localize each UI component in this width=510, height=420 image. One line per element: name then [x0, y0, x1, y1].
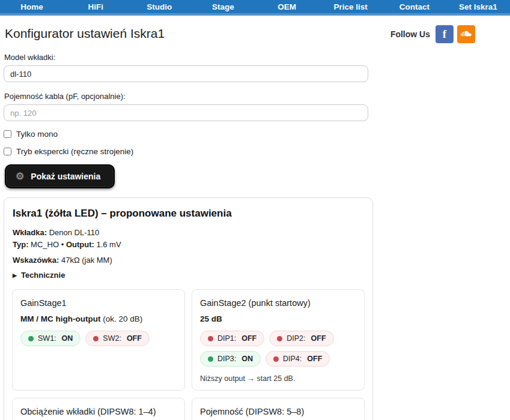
nav-item-set-iskra1[interactable]: Set Iskra1: [446, 0, 510, 13]
badge-label: SW1:: [38, 334, 56, 343]
gear-icon: ⚙: [16, 172, 24, 181]
card-gainstage2: GainStage2 (punkt startowy) 25 dB DIP1: …: [192, 289, 365, 391]
mono-checkbox-label: Tylko mono: [16, 130, 58, 139]
hint-label: Wskazówka:: [13, 256, 59, 265]
status-dot-off: [273, 356, 279, 362]
card-load-impedance: Obciążenie wkładki (DIPSW8: 1–4) Wybrane…: [12, 398, 185, 420]
card-capacitance: Pojemność (DIPSW8: 5–8) Dla MC zwykle po…: [192, 398, 365, 420]
expert-checkbox-label: Tryb ekspercki (ręczne strojenie): [16, 147, 133, 156]
badge-list: SW1: ON SW2: OFF: [20, 331, 177, 346]
nav-item-hifi[interactable]: HiFi: [64, 0, 127, 13]
status-dot-on: [28, 336, 34, 341]
hint-line: Wskazówka: 47kΩ (jak MM): [13, 256, 365, 265]
page-content: Konfigurator ustawień Iskra1 Follow Us f…: [0, 16, 510, 420]
badge-label: DIP4:: [283, 355, 302, 363]
card-subtitle-bold: MM / MC high-output: [20, 314, 100, 323]
nav-item-stage[interactable]: Stage: [191, 0, 255, 13]
card-title: GainStage2 (punkt startowy): [200, 298, 356, 308]
switch-badge-dip1: DIP1: OFF: [200, 331, 264, 346]
switch-badge-sw2: SW2: OFF: [85, 331, 150, 346]
expert-checkbox[interactable]: [4, 148, 11, 155]
badge-value: OFF: [241, 334, 257, 343]
badge-value: ON: [241, 355, 253, 363]
header-row: Konfigurator ustawień Iskra1 Follow Us f: [4, 24, 506, 43]
badge-label: DIP3:: [217, 355, 236, 363]
capacitance-field-label: Pojemność kabla (pF, opcjonalnie):: [4, 92, 506, 101]
technical-details-label: Technicznie: [21, 271, 65, 280]
badge-value: ON: [62, 334, 73, 343]
nav-item-home[interactable]: Home: [0, 0, 64, 13]
settings-cards-grid: GainStage1 MM / MC high-output (ok. 20 d…: [12, 289, 365, 420]
card-gainstage1: GainStage1 MM / MC high-output (ok. 20 d…: [12, 289, 185, 391]
badge-list: DIP1: OFF DIP2: OFF DIP3: ON: [200, 331, 356, 367]
mono-checkbox-row[interactable]: Tylko mono: [4, 130, 506, 139]
cartridge-label: Wkładka:: [13, 228, 47, 237]
soundcloud-icon[interactable]: [457, 25, 475, 43]
switch-badge-dip4: DIP4: OFF: [266, 351, 330, 367]
results-panel: Iskra1 (żółta LED) – proponowane ustawie…: [4, 197, 373, 420]
page-title: Konfigurator ustawień Iskra1: [5, 26, 165, 41]
card-subtitle: 25 dB: [200, 314, 356, 323]
badge-label: SW2:: [103, 334, 121, 343]
card-note: Niższy output → start 25 dB.: [200, 374, 356, 383]
hint-value: 47kΩ (jak MM): [61, 256, 112, 265]
show-settings-button-label: Pokaż ustawienia: [31, 172, 100, 181]
nav-item-contact[interactable]: Contact: [383, 0, 446, 13]
card-subtitle: MM / MC high-output (ok. 20 dB): [20, 314, 177, 323]
capacitance-input[interactable]: [4, 104, 368, 121]
nav-item-price-list[interactable]: Price list: [319, 0, 383, 13]
top-navbar: Home HiFi Studio Stage OEM Price list Co…: [0, 0, 510, 16]
card-title: Obciążenie wkładki (DIPSW8: 1–4): [20, 407, 177, 416]
card-title: GainStage1: [20, 298, 177, 308]
show-settings-button[interactable]: ⚙ Pokaż ustawienia: [5, 164, 115, 188]
cloud-glyph: [460, 30, 472, 38]
nav-item-oem[interactable]: OEM: [255, 0, 319, 13]
card-subtitle-bold: 25 dB: [200, 314, 222, 323]
switch-badge-sw1: SW1: ON: [20, 331, 80, 346]
badge-value: OFF: [311, 334, 326, 343]
results-heading: Iskra1 (żółta LED) – proponowane ustawie…: [13, 208, 365, 220]
bullet-separator: •: [61, 240, 64, 249]
facebook-icon[interactable]: f: [436, 25, 454, 43]
triangle-right-icon: ▶: [13, 272, 17, 278]
switch-badge-dip2: DIP2: OFF: [269, 331, 333, 346]
status-dot-off: [93, 336, 99, 341]
type-value: MC_HO: [31, 240, 59, 249]
card-subtitle-rest: (ok. 20 dB): [103, 314, 142, 323]
switch-badge-dip3: DIP3: ON: [200, 351, 261, 367]
follow-us-block: Follow Us f: [390, 25, 475, 43]
status-dot-off: [277, 336, 282, 341]
cartridge-line: Wkładka: Denon DL-110: [13, 227, 365, 239]
mono-checkbox[interactable]: [4, 130, 11, 138]
follow-us-label: Follow Us: [390, 29, 430, 39]
status-dot-off: [208, 336, 213, 341]
output-label: Output:: [66, 240, 94, 249]
expert-checkbox-row[interactable]: Tryb ekspercki (ręczne strojenie): [4, 147, 506, 156]
model-input[interactable]: [4, 65, 368, 82]
type-label: Typ:: [13, 240, 28, 249]
badge-label: DIP2:: [287, 334, 305, 343]
badge-label: DIP1:: [217, 334, 236, 343]
type-output-line: Typ: MC_HO • Output: 1.6 mV: [13, 239, 365, 251]
technical-details-toggle[interactable]: ▶ Technicznie: [13, 271, 365, 280]
nav-item-studio[interactable]: Studio: [127, 0, 191, 13]
badge-value: OFF: [127, 334, 142, 343]
card-title: Pojemność (DIPSW8: 5–8): [200, 407, 356, 416]
cartridge-value: Denon DL-110: [49, 228, 100, 237]
output-value: 1.6 mV: [96, 240, 121, 249]
status-dot-on: [208, 356, 213, 362]
model-field-label: Model wkładki:: [4, 53, 506, 62]
badge-value: OFF: [307, 355, 322, 363]
